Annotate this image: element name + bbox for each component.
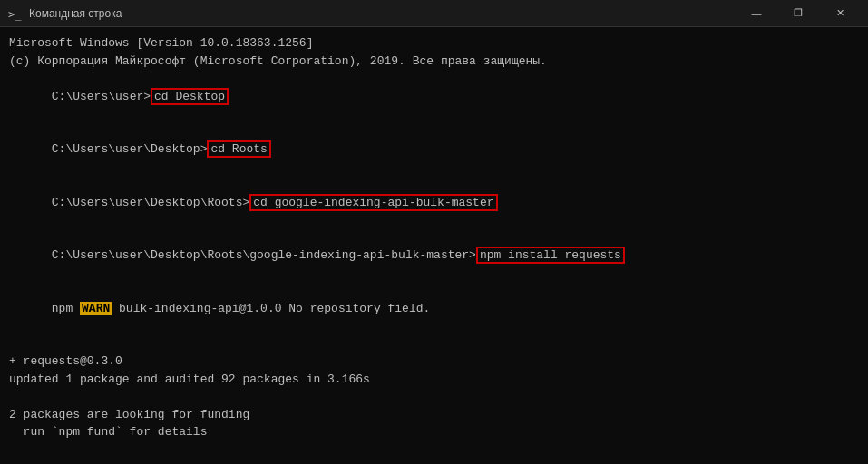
prompt-1: C:\Users\user> xyxy=(52,90,151,103)
npm-warn-text: bulk-indexing-api@1.0.0 No repository fi… xyxy=(112,302,430,315)
output-line-2: (с) Корпорация Майкрософт (Microsoft Cor… xyxy=(9,53,859,71)
close-button[interactable]: ✕ xyxy=(819,0,861,27)
window-title: Командная строка xyxy=(29,7,122,20)
output-line-9: + requests@0.3.0 xyxy=(9,353,859,371)
output-line-8 xyxy=(9,335,859,353)
output-line-6: C:\Users\user\Desktop\Roots\google-index… xyxy=(9,229,859,283)
title-bar-controls: — ❐ ✕ xyxy=(736,0,861,27)
output-line-14 xyxy=(9,441,859,459)
output-line-7: npm WARN bulk-indexing-api@1.0.0 No repo… xyxy=(9,282,859,335)
output-line-12: 2 packages are looking for funding xyxy=(9,406,859,424)
cmd-icon: >_ xyxy=(7,6,22,21)
prompt-3: C:\Users\user\Desktop\Roots> xyxy=(52,196,249,209)
output-line-11 xyxy=(9,388,859,406)
warn-badge: WARN xyxy=(80,302,112,315)
restore-button[interactable]: ❐ xyxy=(777,0,819,27)
output-line-5: C:\Users\user\Desktop\Roots>cd google-in… xyxy=(9,176,859,229)
prompt-2: C:\Users\user\Desktop> xyxy=(52,142,208,156)
output-line-3: C:\Users\user>cd Desktop xyxy=(9,70,859,123)
cmd-cd-google: cd google-indexing-api-bulk-master xyxy=(249,194,497,211)
output-line-1: Microsoft Windows [Version 10.0.18363.12… xyxy=(9,34,859,53)
title-bar: >_ Командная строка — ❐ ✕ xyxy=(0,0,868,27)
prompt-4: C:\Users\user\Desktop\Roots\google-index… xyxy=(52,248,476,262)
minimize-button[interactable]: — xyxy=(736,0,777,27)
output-line-4: C:\Users\user\Desktop>cd Roots xyxy=(9,123,859,177)
cmd-cd-roots: cd Roots xyxy=(207,140,270,158)
cmd-npm-install: npm install requests xyxy=(476,246,625,264)
svg-text:>_: >_ xyxy=(8,8,22,21)
window: >_ Командная строка — ❐ ✕ Microsoft Wind… xyxy=(0,0,868,464)
output-line-15: found 0 vulnerabilities xyxy=(9,459,859,464)
output-line-13: run `npm fund` for details xyxy=(9,423,859,441)
npm-prefix: npm xyxy=(52,302,80,315)
cmd-cd-desktop: cd Desktop xyxy=(151,88,229,105)
output-line-10: updated 1 package and audited 92 package… xyxy=(9,371,859,389)
title-bar-left: >_ Командная строка xyxy=(7,6,122,21)
terminal-body: Microsoft Windows [Version 10.0.18363.12… xyxy=(0,27,868,464)
